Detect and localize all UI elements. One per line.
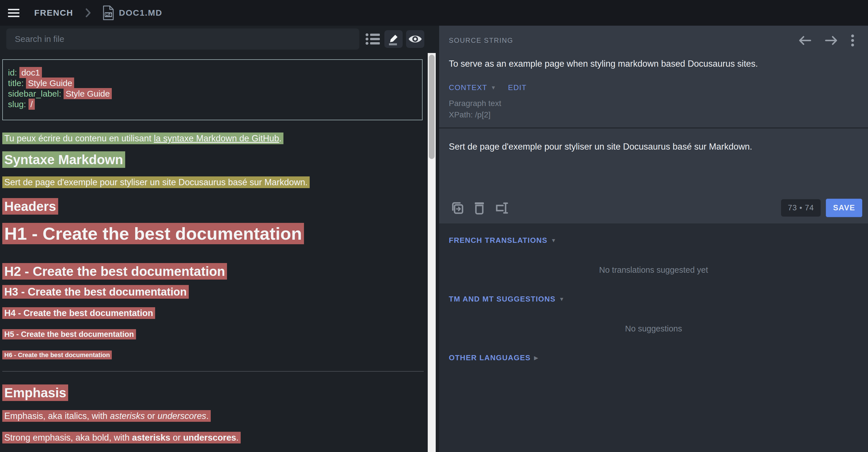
- section-caret-icon: ▼: [551, 237, 556, 244]
- char-counter: 73 • 74: [781, 199, 821, 217]
- doc-heading-h5[interactable]: H5 - Create the best documentation: [2, 329, 424, 340]
- frontmatter-line[interactable]: title: Style Guide: [8, 78, 416, 88]
- chevron-right-icon: [85, 8, 91, 18]
- doc-heading-h1[interactable]: H1 - Create the best documentation: [2, 222, 424, 245]
- frontmatter-line[interactable]: slug: /: [8, 99, 416, 109]
- breadcrumb-project[interactable]: FRENCH: [34, 8, 73, 18]
- copy-source-icon: [451, 201, 464, 215]
- delete-translation-button[interactable]: [474, 201, 485, 215]
- context-toggle[interactable]: CONTEXT: [449, 83, 487, 92]
- select-text-button[interactable]: [495, 201, 509, 215]
- save-button[interactable]: SAVE: [826, 199, 862, 217]
- context-edit-link[interactable]: EDIT: [508, 83, 527, 92]
- markdown-file-icon: [102, 5, 114, 21]
- doc-string-emphasis[interactable]: Emphasis, aka italics, with asterisks or…: [2, 410, 424, 422]
- string-menu-button[interactable]: [851, 34, 854, 47]
- search-input[interactable]: [6, 29, 359, 50]
- doc-heading-syntaxe-markdown[interactable]: Syntaxe Markdown: [2, 151, 424, 168]
- previous-string-button[interactable]: [799, 35, 811, 46]
- text-cursor-icon: [495, 201, 509, 215]
- doc-heading-emphasis[interactable]: Emphasis: [2, 384, 424, 401]
- hamburger-menu-icon[interactable]: [8, 9, 20, 17]
- source-string-text: To serve as an example page when styling…: [449, 59, 854, 69]
- doc-scrollbar-thumb[interactable]: [429, 55, 435, 159]
- doc-heading-h2[interactable]: H2 - Create the best documentation: [2, 263, 424, 280]
- french-translations-section[interactable]: FRENCH TRANSLATIONS ▼: [449, 236, 858, 245]
- doc-scrollbar[interactable]: [428, 53, 436, 452]
- arrow-right-icon: [825, 35, 838, 46]
- section-caret-icon: ▼: [559, 296, 564, 302]
- suggestions-empty-state: No suggestions: [449, 324, 858, 333]
- doc-string-intro[interactable]: Tu peux écrire du contenu en utilisant l…: [2, 132, 424, 145]
- context-caret-icon: ▼: [491, 85, 496, 91]
- edit-mode-toggle[interactable]: [384, 30, 403, 48]
- source-string-label: SOURCE STRING: [449, 36, 513, 44]
- breadcrumb-file: DOC1.MD: [119, 8, 162, 18]
- topbar: FRENCH DOC1.MD: [0, 0, 868, 26]
- context-xpath: XPath: /p[2]: [449, 109, 854, 121]
- copy-source-button[interactable]: [451, 201, 464, 215]
- panel-divider: [436, 26, 439, 452]
- next-string-button[interactable]: [825, 35, 838, 46]
- frontmatter-line[interactable]: sidebar_label: Style Guide: [8, 88, 416, 99]
- kebab-menu-icon: [851, 34, 854, 47]
- document-panel: id: doc1 title: Style Guide sidebar_labe…: [0, 26, 428, 452]
- doc-string-strong[interactable]: Strong emphasis, aka bold, with asterisk…: [2, 431, 424, 444]
- doc-string-selected[interactable]: Sert de page d'exemple pour styliser un …: [2, 176, 424, 189]
- other-languages-section[interactable]: OTHER LANGUAGES ▶: [449, 353, 858, 362]
- pencil-icon: [387, 32, 400, 45]
- doc-heading-h6[interactable]: H6 - Create the best documentation: [2, 351, 424, 360]
- frontmatter-block: id: doc1 title: Style Guide sidebar_labe…: [2, 59, 423, 120]
- translations-empty-state: No translations suggested yet: [449, 265, 858, 275]
- eye-icon: [408, 34, 422, 44]
- doc-horizontal-rule: [2, 371, 424, 372]
- translation-panel: SOURCE STRING To serve as an example pag…: [439, 26, 868, 452]
- frontmatter-line[interactable]: id: doc1: [8, 67, 416, 78]
- trash-icon: [474, 201, 485, 215]
- document-content: id: doc1 title: Style Guide sidebar_labe…: [0, 50, 428, 444]
- arrow-left-icon: [799, 35, 811, 46]
- doc-heading-h4[interactable]: H4 - Create the best documentation: [2, 307, 424, 319]
- tm-mt-suggestions-section[interactable]: TM AND MT SUGGESTIONS ▼: [449, 295, 858, 303]
- context-type: Paragraph text: [449, 98, 854, 109]
- translation-input[interactable]: Sert de page d'exemple pour styliser un …: [439, 129, 868, 199]
- preview-toggle[interactable]: [406, 30, 424, 48]
- doc-heading-h3[interactable]: H3 - Create the best documentation: [2, 284, 424, 299]
- section-caret-right-icon: ▶: [534, 355, 538, 361]
- doc-link-markdown-syntax[interactable]: la syntaxe Markdown de GitHub: [154, 133, 279, 143]
- strings-list-icon[interactable]: [365, 30, 381, 48]
- doc-heading-headers[interactable]: Headers: [2, 198, 424, 215]
